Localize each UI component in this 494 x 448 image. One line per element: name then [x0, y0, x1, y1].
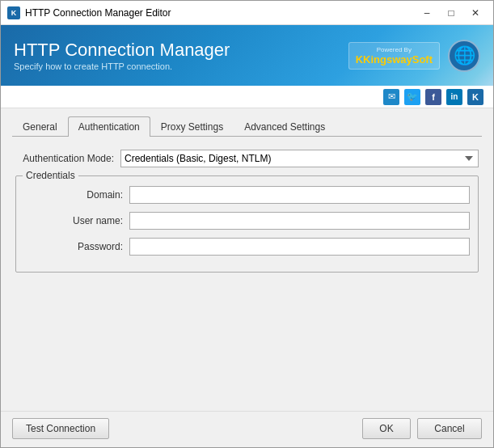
header-banner: HTTP Connection Manager Specify how to c… [1, 25, 493, 86]
kingsway-social-icon[interactable]: K [467, 89, 483, 105]
close-button[interactable]: ✕ [464, 5, 487, 21]
domain-row: Domain: [24, 186, 470, 204]
social-bar: ✉ 🐦 f in K [1, 86, 493, 108]
app-icon: K [7, 6, 20, 19]
ok-cancel-group: OK Cancel [362, 418, 482, 439]
title-bar: K HTTP Connection Manager Editor – □ ✕ [1, 1, 493, 25]
form-area: Authentication Mode: Credentials (Basic,… [12, 145, 482, 403]
kingsway-logo: Powered By KKingswaySoft [348, 42, 440, 70]
password-input[interactable] [129, 238, 470, 256]
brand-name: KKingswaySoft [356, 53, 433, 66]
header-title-area: HTTP Connection Manager Specify how to c… [14, 40, 348, 70]
email-social-icon[interactable]: ✉ [383, 89, 399, 105]
linkedin-social-icon[interactable]: in [446, 89, 462, 105]
window-controls: – □ ✕ [416, 5, 487, 21]
tab-advanced-settings[interactable]: Advanced Settings [234, 116, 336, 137]
maximize-button[interactable]: □ [440, 5, 462, 21]
main-window: K HTTP Connection Manager Editor – □ ✕ H… [0, 0, 494, 448]
cancel-button[interactable]: Cancel [417, 418, 482, 439]
username-label: User name: [24, 215, 129, 226]
auth-mode-label: Authentication Mode: [15, 153, 120, 164]
credentials-fields: Domain: User name: Password: [24, 186, 470, 256]
tab-proxy-settings[interactable]: Proxy Settings [150, 116, 234, 137]
logo-area: Powered By KKingswaySoft 🌐 [348, 40, 480, 72]
window-title: HTTP Connection Manager Editor [25, 7, 416, 19]
button-bar: Test Connection OK Cancel [1, 411, 493, 447]
tab-bar: General Authentication Proxy Settings Ad… [12, 116, 482, 137]
main-content: General Authentication Proxy Settings Ad… [1, 108, 493, 411]
facebook-social-icon[interactable]: f [425, 89, 441, 105]
tab-general[interactable]: General [12, 116, 68, 137]
test-connection-button[interactable]: Test Connection [12, 418, 109, 439]
globe-icon: 🌐 [448, 40, 480, 72]
app-subtitle: Specify how to create HTTP connection. [14, 61, 348, 71]
twitter-social-icon[interactable]: 🐦 [404, 89, 420, 105]
auth-mode-row: Authentication Mode: Credentials (Basic,… [15, 150, 479, 167]
tab-authentication[interactable]: Authentication [68, 116, 150, 137]
domain-input[interactable] [129, 186, 470, 204]
password-row: Password: [24, 238, 470, 256]
username-input[interactable] [129, 212, 470, 230]
credentials-group: Credentials Domain: User name: Password: [15, 175, 479, 273]
username-row: User name: [24, 212, 470, 230]
app-main-title: HTTP Connection Manager [14, 40, 348, 61]
powered-by-text: Powered By [377, 46, 412, 53]
credentials-legend: Credentials [23, 170, 78, 181]
minimize-button[interactable]: – [416, 5, 438, 21]
auth-mode-select[interactable]: Credentials (Basic, Digest, NTLM) None W… [120, 150, 479, 167]
password-label: Password: [24, 241, 129, 252]
domain-label: Domain: [24, 189, 129, 201]
ok-button[interactable]: OK [362, 418, 411, 439]
